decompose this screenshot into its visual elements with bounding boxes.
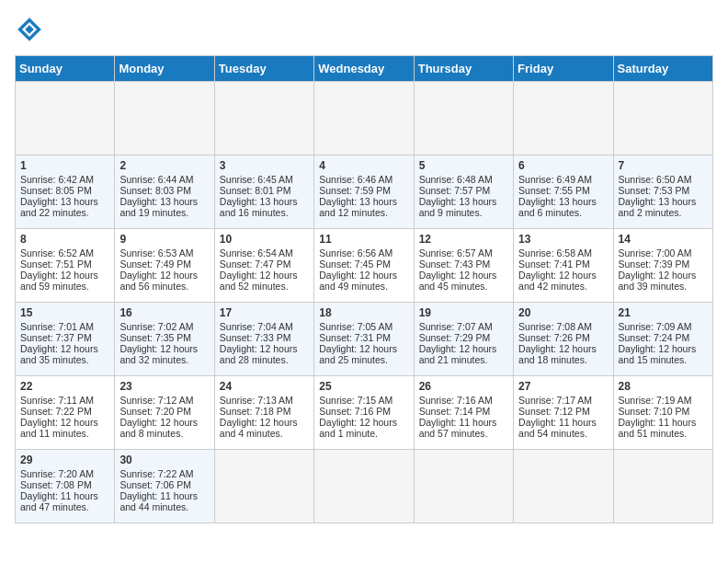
sunset-text: Sunset: 8:05 PM [20,185,92,196]
sunrise-text: Sunrise: 6:49 AM [518,174,592,185]
sunset-text: Sunset: 7:49 PM [119,259,191,270]
daylight-text: Daylight: 12 hours and 1 minute. [319,417,397,439]
daylight-text: Daylight: 12 hours and 35 minutes. [20,343,98,365]
daylight-text: Daylight: 12 hours and 49 minutes. [319,270,397,292]
calendar-header-row: SundayMondayTuesdayWednesdayThursdayFrid… [16,56,713,82]
calendar-cell: 15Sunrise: 7:01 AMSunset: 7:37 PMDayligh… [16,303,115,376]
sunrise-text: Sunrise: 6:58 AM [518,247,592,259]
day-number: 29 [20,454,109,466]
daylight-text: Daylight: 12 hours and 32 minutes. [119,343,198,365]
calendar-header-friday: Friday [514,56,613,82]
sunset-text: Sunset: 8:03 PM [119,185,191,196]
sunrise-text: Sunrise: 7:16 AM [419,395,493,406]
calendar-cell: 13Sunrise: 6:58 AMSunset: 7:41 PMDayligh… [514,229,613,303]
daylight-text: Daylight: 13 hours and 19 minutes. [119,196,198,218]
day-number: 23 [119,380,209,393]
calendar-cell: 8Sunrise: 6:52 AMSunset: 7:51 PMDaylight… [16,229,115,303]
calendar-cell: 5Sunrise: 6:48 AMSunset: 7:57 PMDaylight… [414,155,513,229]
sunset-text: Sunset: 7:26 PM [518,332,590,343]
calendar-cell: 11Sunrise: 6:56 AMSunset: 7:45 PMDayligh… [314,229,414,303]
calendar-cell: 19Sunrise: 7:07 AMSunset: 7:29 PMDayligh… [414,303,513,376]
logo-icon [15,15,44,44]
sunrise-text: Sunrise: 6:56 AM [319,247,392,259]
calendar-cell [613,450,712,523]
daylight-text: Daylight: 12 hours and 59 minutes. [20,270,98,292]
sunrise-text: Sunrise: 6:54 AM [220,247,293,259]
calendar-cell [613,82,712,155]
calendar-header-tuesday: Tuesday [214,56,313,82]
day-number: 13 [518,233,608,246]
sunrise-text: Sunrise: 7:15 AM [319,395,392,406]
calendar-cell: 4Sunrise: 6:46 AMSunset: 7:59 PMDaylight… [314,155,414,229]
sunset-text: Sunset: 7:20 PM [119,406,191,417]
calendar-cell: 1Sunrise: 6:42 AMSunset: 8:05 PMDaylight… [16,155,115,229]
daylight-text: Daylight: 12 hours and 25 minutes. [319,343,397,365]
daylight-text: Daylight: 12 hours and 15 minutes. [619,343,697,365]
calendar-cell: 18Sunrise: 7:05 AMSunset: 7:31 PMDayligh… [314,303,414,376]
calendar-cell: 28Sunrise: 7:19 AMSunset: 7:10 PMDayligh… [613,376,712,450]
daylight-text: Daylight: 13 hours and 6 minutes. [518,196,597,218]
calendar-week-row: 29Sunrise: 7:20 AMSunset: 7:08 PMDayligh… [16,450,713,523]
calendar-cell [115,82,214,155]
calendar-cell: 23Sunrise: 7:12 AMSunset: 7:20 PMDayligh… [115,376,214,450]
daylight-text: Daylight: 12 hours and 4 minutes. [220,417,298,439]
sunset-text: Sunset: 7:43 PM [419,259,491,270]
sunset-text: Sunset: 7:10 PM [619,406,690,417]
calendar-cell: 6Sunrise: 6:49 AMSunset: 7:55 PMDaylight… [514,155,613,229]
calendar-week-row: 15Sunrise: 7:01 AMSunset: 7:37 PMDayligh… [16,303,713,376]
sunset-text: Sunset: 7:57 PM [419,185,491,196]
day-number: 24 [220,380,309,393]
sunset-text: Sunset: 7:18 PM [220,406,291,417]
day-number: 14 [619,233,708,246]
daylight-text: Daylight: 12 hours and 52 minutes. [220,270,298,292]
sunrise-text: Sunrise: 7:19 AM [619,395,692,406]
daylight-text: Daylight: 12 hours and 28 minutes. [220,343,298,365]
sunrise-text: Sunrise: 7:02 AM [119,321,193,332]
sunrise-text: Sunrise: 6:44 AM [119,174,193,185]
daylight-text: Daylight: 12 hours and 42 minutes. [518,270,597,292]
day-number: 5 [419,159,508,172]
daylight-text: Daylight: 12 hours and 11 minutes. [20,417,98,439]
sunset-text: Sunset: 7:14 PM [419,406,491,417]
calendar-header-wednesday: Wednesday [314,56,414,82]
sunset-text: Sunset: 7:59 PM [319,185,391,196]
page-header [15,15,713,44]
day-number: 27 [518,380,608,393]
day-number: 8 [20,233,109,246]
sunset-text: Sunset: 7:12 PM [518,406,590,417]
day-number: 18 [319,306,408,319]
calendar-cell: 7Sunrise: 6:50 AMSunset: 7:53 PMDaylight… [613,155,712,229]
sunrise-text: Sunrise: 6:50 AM [619,174,692,185]
calendar-cell: 27Sunrise: 7:17 AMSunset: 7:12 PMDayligh… [514,376,613,450]
sunrise-text: Sunrise: 6:57 AM [419,247,493,259]
day-number: 21 [619,306,708,319]
sunset-text: Sunset: 8:01 PM [220,185,291,196]
calendar-cell [414,450,513,523]
calendar-cell: 2Sunrise: 6:44 AMSunset: 8:03 PMDaylight… [115,155,214,229]
sunrise-text: Sunrise: 7:20 AM [20,468,94,479]
day-number: 20 [518,306,608,319]
sunrise-text: Sunrise: 7:09 AM [619,321,692,332]
day-number: 7 [619,159,708,172]
sunrise-text: Sunrise: 6:48 AM [419,174,493,185]
sunrise-text: Sunrise: 7:04 AM [220,321,293,332]
daylight-text: Daylight: 11 hours and 54 minutes. [518,417,597,439]
daylight-text: Daylight: 11 hours and 44 minutes. [119,490,198,512]
calendar-cell: 29Sunrise: 7:20 AMSunset: 7:08 PMDayligh… [16,450,115,523]
calendar-cell: 12Sunrise: 6:57 AMSunset: 7:43 PMDayligh… [414,229,513,303]
day-number: 4 [319,159,408,172]
sunrise-text: Sunrise: 6:52 AM [20,247,94,259]
day-number: 19 [419,306,508,319]
day-number: 6 [518,159,608,172]
sunset-text: Sunset: 7:33 PM [220,332,291,343]
calendar-cell [514,450,613,523]
sunset-text: Sunset: 7:35 PM [119,332,191,343]
sunrise-text: Sunrise: 7:11 AM [20,395,94,406]
sunrise-text: Sunrise: 7:07 AM [419,321,493,332]
daylight-text: Daylight: 11 hours and 47 minutes. [20,490,98,512]
day-number: 11 [319,233,408,246]
calendar-cell [214,82,313,155]
sunset-text: Sunset: 7:39 PM [619,259,690,270]
calendar-cell: 20Sunrise: 7:08 AMSunset: 7:26 PMDayligh… [514,303,613,376]
sunrise-text: Sunrise: 7:00 AM [619,247,692,259]
